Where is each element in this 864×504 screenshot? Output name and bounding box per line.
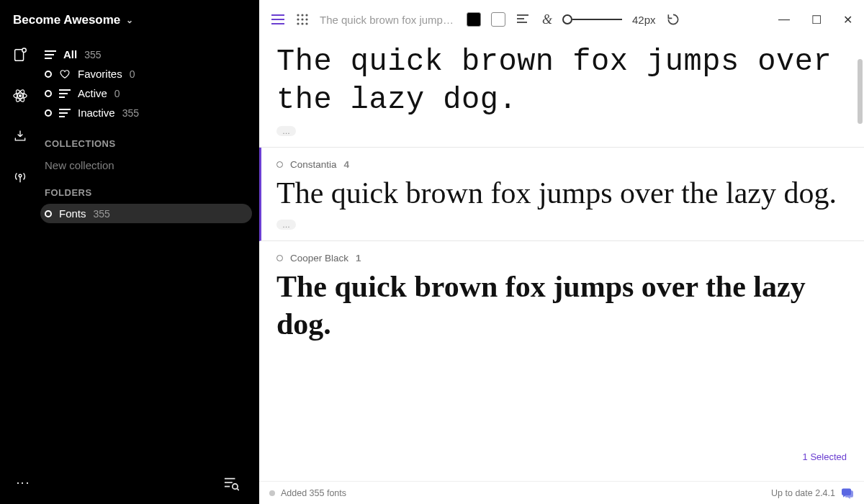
folders-header: FOLDERS <box>40 171 252 204</box>
font-style-count: 4 <box>344 159 350 170</box>
sidebar-footer: ⋮ <box>0 464 259 504</box>
font-style-count: 1 <box>356 253 361 264</box>
nav-favorites[interactable]: Favorites 0 <box>40 64 252 84</box>
collections-header: COLLECTIONS <box>40 122 252 155</box>
circle-icon <box>276 255 283 261</box>
reset-icon[interactable] <box>666 12 680 27</box>
status-message: Added 355 fonts <box>281 488 346 498</box>
folder-label: Fonts <box>59 207 86 220</box>
font-card[interactable]: Cooper Black 1 The quick brown fox jumps… <box>259 241 864 354</box>
version-label: Up to date 2.4.1 <box>771 488 835 498</box>
nav-label: All <box>63 48 77 60</box>
circle-icon <box>45 71 52 78</box>
svg-point-19 <box>233 484 238 489</box>
status-bar: Added 355 fonts Up to date 2.4.1 <box>259 481 864 504</box>
svg-line-20 <box>237 488 239 490</box>
chevron-down-icon: ⌄ <box>126 15 133 25</box>
grid-view-icon[interactable] <box>295 12 310 27</box>
toolbar: & 42px ― ☐ ✕ <box>259 0 864 39</box>
sidebar-nav: All 355 Favorites 0 Active 0 <box>40 35 259 464</box>
nav-label: Active <box>78 87 107 99</box>
maximize-button[interactable]: ☐ <box>811 13 822 27</box>
nav-active[interactable]: Active 0 <box>40 84 252 103</box>
circle-icon <box>276 161 283 168</box>
foreground-swatch[interactable] <box>467 12 481 27</box>
more-styles-button[interactable]: … <box>276 126 296 136</box>
font-name: Cooper Black <box>290 253 348 264</box>
lines-icon <box>59 109 71 117</box>
preview-text-input[interactable] <box>320 14 456 26</box>
selection-count[interactable]: 1 Selected <box>803 451 847 462</box>
circle-icon <box>45 90 52 97</box>
list-view-icon[interactable] <box>271 12 285 27</box>
download-icon[interactable] <box>12 128 28 144</box>
filter-search-icon[interactable] <box>223 477 239 491</box>
svg-point-25 <box>301 14 303 16</box>
font-list[interactable]: The quick brown fox jumps over the lazy … <box>259 39 864 481</box>
font-sample: The quick brown fox jumps over the lazy … <box>276 268 847 343</box>
nav-label: Inactive <box>78 107 115 119</box>
svg-point-32 <box>305 22 307 24</box>
font-sample: The quick brown fox jumps over the lazy … <box>276 174 847 212</box>
svg-point-31 <box>301 22 303 24</box>
size-label: 42px <box>632 14 656 26</box>
chat-icon[interactable] <box>841 487 854 499</box>
more-icon[interactable]: ⋮ <box>15 477 31 491</box>
svg-point-24 <box>297 14 299 16</box>
svg-point-28 <box>301 18 303 20</box>
main-panel: & 42px ― ☐ ✕ The quick brown fox jumps o… <box>259 0 864 504</box>
svg-point-5 <box>19 95 22 97</box>
nav-label: Favorites <box>78 68 122 80</box>
folder-count: 355 <box>94 208 110 220</box>
sidebar: Become Awesome ⌄ All 355 <box>0 0 259 504</box>
font-card[interactable]: The quick brown fox jumps over the lazy … <box>259 43 864 148</box>
nav-count: 355 <box>84 49 101 60</box>
nav-count: 0 <box>114 88 120 99</box>
new-collection-button[interactable]: New collection <box>40 155 252 171</box>
font-sample: The quick brown fox jumps over the lazy … <box>276 43 847 119</box>
close-button[interactable]: ✕ <box>843 13 852 27</box>
slider-knob[interactable] <box>562 14 572 24</box>
minimize-button[interactable]: ― <box>778 13 790 27</box>
nav-count: 0 <box>130 68 135 80</box>
nav-count: 355 <box>122 107 139 119</box>
svg-point-29 <box>305 18 307 20</box>
window-controls: ― ☐ ✕ <box>778 13 852 27</box>
scrollbar-thumb[interactable] <box>858 59 863 124</box>
workspace-switcher[interactable]: Become Awesome ⌄ <box>0 0 259 35</box>
nav-all[interactable]: All 355 <box>40 45 252 64</box>
align-left-icon[interactable] <box>516 12 530 27</box>
broadcast-icon[interactable] <box>12 168 28 184</box>
folder-fonts[interactable]: Fonts 355 <box>40 204 252 223</box>
background-swatch[interactable] <box>491 12 505 27</box>
more-styles-button[interactable]: … <box>276 220 296 230</box>
font-name: Constantia <box>290 159 337 170</box>
status-dot-icon <box>269 490 275 496</box>
list-icon <box>45 50 56 60</box>
heart-icon <box>59 69 71 79</box>
circle-icon <box>45 210 52 217</box>
nav-inactive[interactable]: Inactive 355 <box>40 103 252 122</box>
sidebar-rail <box>0 35 40 464</box>
svg-point-6 <box>19 174 22 177</box>
slider-track <box>572 19 622 20</box>
size-slider[interactable] <box>564 14 622 24</box>
ligature-icon[interactable]: & <box>540 12 554 27</box>
workspace-name: Become Awesome <box>13 13 120 27</box>
atom-icon[interactable] <box>12 88 28 104</box>
svg-point-30 <box>297 22 299 24</box>
page-icon[interactable] <box>12 48 28 63</box>
font-card[interactable]: Constantia 4 The quick brown fox jumps o… <box>259 148 864 241</box>
svg-point-26 <box>305 14 307 16</box>
svg-point-1 <box>22 48 27 53</box>
svg-point-27 <box>297 18 299 20</box>
font-meta: Constantia 4 <box>276 159 847 170</box>
lines-icon <box>59 89 71 98</box>
circle-icon <box>45 109 52 117</box>
font-meta: Cooper Black 1 <box>276 253 847 264</box>
